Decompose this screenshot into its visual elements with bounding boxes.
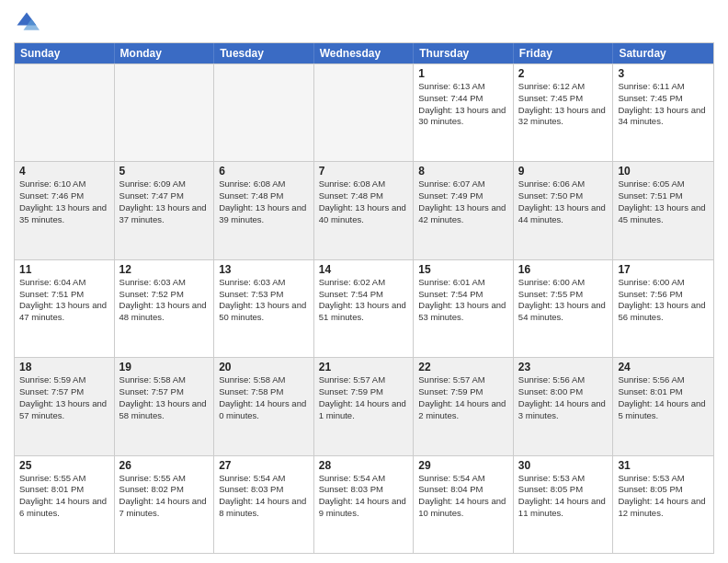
- page: SundayMondayTuesdayWednesdayThursdayFrid…: [0, 0, 728, 563]
- cal-cell: 25Sunrise: 5:55 AM Sunset: 8:01 PM Dayli…: [15, 456, 115, 553]
- day-number: 19: [119, 361, 210, 373]
- day-info: Sunrise: 6:02 AM Sunset: 7:54 PM Dayligh…: [319, 277, 409, 324]
- cal-cell: 31Sunrise: 5:53 AM Sunset: 8:05 PM Dayli…: [613, 456, 713, 553]
- header: [14, 9, 714, 35]
- day-number: 16: [518, 263, 609, 276]
- day-number: 14: [319, 263, 409, 276]
- cal-cell: [314, 64, 415, 161]
- day-info: Sunrise: 5:55 AM Sunset: 8:02 PM Dayligh…: [119, 473, 210, 520]
- day-number: 26: [119, 459, 210, 472]
- cal-cell: 13Sunrise: 6:03 AM Sunset: 7:53 PM Dayli…: [214, 260, 314, 357]
- cal-cell: 17Sunrise: 6:00 AM Sunset: 7:56 PM Dayli…: [613, 260, 713, 357]
- day-info: Sunrise: 6:13 AM Sunset: 7:44 PM Dayligh…: [418, 81, 508, 128]
- calendar-body: 1Sunrise: 6:13 AM Sunset: 7:44 PM Daylig…: [15, 63, 713, 553]
- day-info: Sunrise: 6:00 AM Sunset: 7:55 PM Dayligh…: [518, 277, 609, 324]
- cal-cell: [15, 64, 115, 161]
- day-info: Sunrise: 6:06 AM Sunset: 7:50 PM Dayligh…: [518, 178, 609, 225]
- day-info: Sunrise: 6:08 AM Sunset: 7:48 PM Dayligh…: [219, 178, 309, 225]
- day-number: 8: [418, 165, 508, 178]
- cal-cell: [115, 64, 215, 161]
- cal-cell: 10Sunrise: 6:05 AM Sunset: 7:51 PM Dayli…: [613, 162, 713, 259]
- cal-header-friday: Friday: [514, 43, 614, 63]
- calendar-header-row: SundayMondayTuesdayWednesdayThursdayFrid…: [15, 43, 713, 63]
- day-number: 12: [119, 263, 210, 276]
- day-info: Sunrise: 5:54 AM Sunset: 8:03 PM Dayligh…: [319, 473, 409, 520]
- cal-header-saturday: Saturday: [613, 43, 713, 63]
- day-info: Sunrise: 6:03 AM Sunset: 7:53 PM Dayligh…: [219, 277, 309, 324]
- cal-cell: [214, 64, 314, 161]
- day-info: Sunrise: 6:11 AM Sunset: 7:45 PM Dayligh…: [618, 81, 709, 128]
- cal-cell: 2Sunrise: 6:12 AM Sunset: 7:45 PM Daylig…: [514, 64, 614, 161]
- day-info: Sunrise: 5:58 AM Sunset: 7:58 PM Dayligh…: [219, 374, 309, 421]
- cal-cell: 22Sunrise: 5:57 AM Sunset: 7:59 PM Dayli…: [414, 358, 514, 454]
- cal-header-thursday: Thursday: [414, 43, 514, 63]
- logo-icon: [14, 9, 40, 35]
- cal-cell: 27Sunrise: 5:54 AM Sunset: 8:03 PM Dayli…: [214, 456, 314, 553]
- day-info: Sunrise: 5:53 AM Sunset: 8:05 PM Dayligh…: [518, 473, 609, 520]
- calendar: SundayMondayTuesdayWednesdayThursdayFrid…: [14, 42, 714, 554]
- day-number: 13: [219, 263, 309, 276]
- cal-cell: 4Sunrise: 6:10 AM Sunset: 7:46 PM Daylig…: [15, 162, 115, 259]
- cal-row-4: 18Sunrise: 5:59 AM Sunset: 7:57 PM Dayli…: [15, 357, 713, 454]
- cal-cell: 5Sunrise: 6:09 AM Sunset: 7:47 PM Daylig…: [115, 162, 215, 259]
- cal-header-monday: Monday: [115, 43, 215, 63]
- day-info: Sunrise: 6:03 AM Sunset: 7:52 PM Dayligh…: [119, 277, 210, 324]
- day-info: Sunrise: 6:10 AM Sunset: 7:46 PM Dayligh…: [19, 178, 109, 225]
- day-number: 23: [518, 361, 609, 373]
- day-number: 4: [19, 165, 109, 178]
- cal-cell: 28Sunrise: 5:54 AM Sunset: 8:03 PM Dayli…: [314, 456, 415, 553]
- day-info: Sunrise: 5:54 AM Sunset: 8:03 PM Dayligh…: [219, 473, 309, 520]
- day-info: Sunrise: 5:56 AM Sunset: 8:00 PM Dayligh…: [518, 374, 609, 421]
- day-info: Sunrise: 6:01 AM Sunset: 7:54 PM Dayligh…: [418, 277, 508, 324]
- day-number: 18: [19, 361, 109, 373]
- cal-cell: 7Sunrise: 6:08 AM Sunset: 7:48 PM Daylig…: [314, 162, 415, 259]
- cal-header-wednesday: Wednesday: [314, 43, 415, 63]
- day-number: 9: [518, 165, 609, 178]
- day-info: Sunrise: 6:04 AM Sunset: 7:51 PM Dayligh…: [19, 277, 109, 324]
- cal-row-2: 4Sunrise: 6:10 AM Sunset: 7:46 PM Daylig…: [15, 161, 713, 259]
- day-number: 15: [418, 263, 508, 276]
- day-number: 25: [19, 459, 109, 472]
- day-info: Sunrise: 6:08 AM Sunset: 7:48 PM Dayligh…: [319, 178, 409, 225]
- day-info: Sunrise: 6:00 AM Sunset: 7:56 PM Dayligh…: [618, 277, 709, 324]
- day-number: 1: [418, 67, 508, 80]
- cal-cell: 8Sunrise: 6:07 AM Sunset: 7:49 PM Daylig…: [414, 162, 514, 259]
- day-number: 17: [618, 263, 709, 276]
- cal-cell: 11Sunrise: 6:04 AM Sunset: 7:51 PM Dayli…: [15, 260, 115, 357]
- cal-row-3: 11Sunrise: 6:04 AM Sunset: 7:51 PM Dayli…: [15, 259, 713, 357]
- day-number: 11: [19, 263, 109, 276]
- day-info: Sunrise: 5:54 AM Sunset: 8:04 PM Dayligh…: [418, 473, 508, 520]
- day-number: 27: [219, 459, 309, 472]
- day-info: Sunrise: 6:09 AM Sunset: 7:47 PM Dayligh…: [119, 178, 210, 225]
- day-number: 21: [319, 361, 409, 373]
- cal-cell: 14Sunrise: 6:02 AM Sunset: 7:54 PM Dayli…: [314, 260, 415, 357]
- day-number: 3: [618, 67, 709, 80]
- day-number: 6: [219, 165, 309, 178]
- day-info: Sunrise: 5:57 AM Sunset: 7:59 PM Dayligh…: [319, 374, 409, 421]
- day-info: Sunrise: 5:53 AM Sunset: 8:05 PM Dayligh…: [618, 473, 709, 520]
- cal-row-5: 25Sunrise: 5:55 AM Sunset: 8:01 PM Dayli…: [15, 455, 713, 553]
- cal-row-1: 1Sunrise: 6:13 AM Sunset: 7:44 PM Daylig…: [15, 63, 713, 161]
- cal-cell: 16Sunrise: 6:00 AM Sunset: 7:55 PM Dayli…: [514, 260, 614, 357]
- cal-header-sunday: Sunday: [15, 43, 115, 63]
- day-info: Sunrise: 6:07 AM Sunset: 7:49 PM Dayligh…: [418, 178, 508, 225]
- day-number: 24: [618, 361, 709, 373]
- cal-cell: 18Sunrise: 5:59 AM Sunset: 7:57 PM Dayli…: [15, 358, 115, 454]
- day-number: 20: [219, 361, 309, 373]
- day-info: Sunrise: 5:55 AM Sunset: 8:01 PM Dayligh…: [19, 473, 109, 520]
- day-number: 29: [418, 459, 508, 472]
- day-info: Sunrise: 5:56 AM Sunset: 8:01 PM Dayligh…: [618, 374, 709, 421]
- day-info: Sunrise: 6:12 AM Sunset: 7:45 PM Dayligh…: [518, 81, 609, 128]
- day-number: 22: [418, 361, 508, 373]
- cal-cell: 3Sunrise: 6:11 AM Sunset: 7:45 PM Daylig…: [613, 64, 713, 161]
- cal-cell: 30Sunrise: 5:53 AM Sunset: 8:05 PM Dayli…: [514, 456, 614, 553]
- cal-cell: 20Sunrise: 5:58 AM Sunset: 7:58 PM Dayli…: [214, 358, 314, 454]
- cal-cell: 24Sunrise: 5:56 AM Sunset: 8:01 PM Dayli…: [613, 358, 713, 454]
- cal-cell: 26Sunrise: 5:55 AM Sunset: 8:02 PM Dayli…: [115, 456, 215, 553]
- cal-cell: 9Sunrise: 6:06 AM Sunset: 7:50 PM Daylig…: [514, 162, 614, 259]
- day-number: 2: [518, 67, 609, 80]
- logo: [14, 9, 43, 35]
- cal-cell: 19Sunrise: 5:58 AM Sunset: 7:57 PM Dayli…: [115, 358, 215, 454]
- day-info: Sunrise: 5:59 AM Sunset: 7:57 PM Dayligh…: [19, 374, 109, 421]
- day-info: Sunrise: 5:57 AM Sunset: 7:59 PM Dayligh…: [418, 374, 508, 421]
